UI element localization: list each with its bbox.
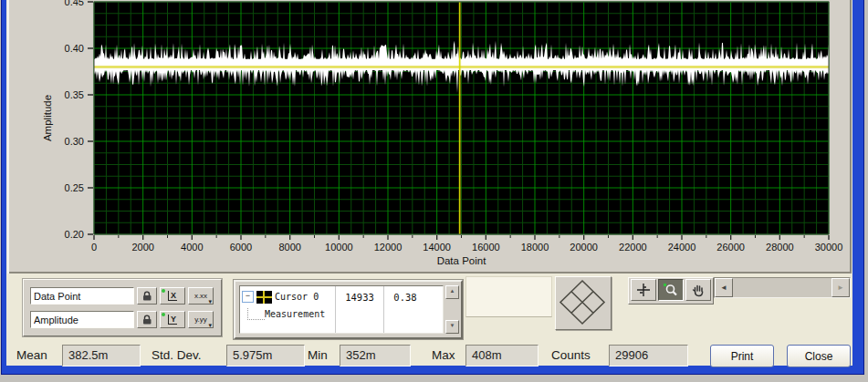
- lock-icon: [141, 314, 152, 325]
- y-tick-label: 0.30: [65, 136, 84, 147]
- y-tick-label: 0.25: [65, 182, 84, 193]
- window-content: 0200040006000800010000120001400016000180…: [6, 0, 852, 366]
- x-tick-label: 18000: [521, 242, 549, 253]
- lock-icon: [141, 290, 152, 302]
- scroll-left-button[interactable]: ◄: [715, 278, 733, 297]
- cursor-legend-scrollbar: ▲ ▼: [445, 285, 459, 334]
- x-tick-label: 12000: [374, 242, 403, 253]
- crosshair-tool-icon: [636, 283, 651, 297]
- dropdown-arrow-icon: ▾: [208, 298, 212, 305]
- desktop-background: 0200040006000800010000120001400016000180…: [0, 0, 868, 382]
- close-button[interactable]: Close: [787, 345, 851, 367]
- x-tick-label: 0: [91, 242, 97, 253]
- y-tick-label: 0.35: [65, 89, 84, 100]
- cursor-mover-control[interactable]: [555, 276, 612, 330]
- tree-branch-icon: [247, 308, 265, 320]
- counts-label: Counts: [551, 344, 591, 367]
- x-autoscale-label: X: [168, 291, 177, 301]
- cursor-row[interactable]: − Cursor 0: [240, 289, 335, 305]
- waveform-graph-panel: 0200040006000800010000120001400016000180…: [7, 0, 852, 274]
- x-axis-label: Data Point: [437, 255, 487, 266]
- x-autoscale-button[interactable]: X: [160, 287, 185, 305]
- x-axis-scrollbar[interactable]: ◄ ►: [714, 277, 851, 298]
- cursor-legend-list: − Cursor 0 Measurement 14933 0.38: [239, 285, 444, 334]
- x-tick-label: 30000: [815, 242, 843, 253]
- autoscale-on-indicator: [162, 313, 165, 316]
- x-format-label: x.xx: [194, 293, 207, 300]
- x-tick-label: 16000: [472, 242, 500, 253]
- mean-value: 382.5m: [62, 345, 141, 367]
- min-label: Min: [308, 344, 328, 367]
- cursor-crosshair-icon: [256, 291, 272, 304]
- max-value: 408m: [465, 345, 539, 367]
- waveform-graph-window: 0200040006000800010000120001400016000180…: [2, 0, 863, 374]
- cursor-y-value: 0.38: [384, 292, 426, 303]
- cursor-tool-button[interactable]: [631, 279, 656, 301]
- scroll-right-button[interactable]: ►: [831, 278, 850, 297]
- y-scale-lock-button[interactable]: [137, 311, 157, 328]
- scroll-down-button[interactable]: ▼: [445, 320, 459, 334]
- tree-collapse-icon[interactable]: −: [242, 291, 254, 303]
- diamond-pad-icon: [556, 277, 609, 327]
- y-tick-label: 0.45: [65, 0, 84, 7]
- cursor-name-column: − Cursor 0 Measurement: [240, 286, 336, 333]
- x-tick-label: 26000: [716, 242, 745, 253]
- dropdown-arrow-icon: ▾: [208, 322, 212, 328]
- x-tick-label: 6000: [230, 242, 252, 253]
- max-label: Max: [432, 344, 455, 367]
- x-scale-name-input[interactable]: [30, 287, 134, 305]
- graph-palette: [628, 277, 714, 305]
- cursor-x-column: 14933: [336, 286, 384, 333]
- x-tick-label: 2000: [131, 242, 153, 253]
- cursor-y-column: 0.38: [384, 286, 426, 333]
- y-tick-label: 0.40: [65, 43, 84, 54]
- x-tick-label: 8000: [278, 242, 300, 253]
- cursor-legend: − Cursor 0 Measurement 14933 0.38: [234, 280, 463, 339]
- print-button[interactable]: Print: [710, 345, 774, 367]
- x-tick-label: 20000: [570, 242, 598, 253]
- zoom-tool-button[interactable]: [658, 279, 684, 301]
- x-tick-label: 28000: [766, 242, 794, 253]
- y-format-label: y.yy: [194, 316, 207, 324]
- cursor-x-value: 14933: [336, 292, 383, 303]
- x-tick-label: 22000: [619, 242, 647, 253]
- waveform-chart[interactable]: 0200040006000800010000120001400016000180…: [7, 0, 852, 274]
- y-scale-row: Y y.yy ▾: [30, 311, 214, 328]
- min-value: 352m: [340, 345, 411, 367]
- x-tick-label: 4000: [181, 242, 203, 253]
- y-autoscale-label: Y: [168, 315, 177, 325]
- cursor-name: Cursor 0: [275, 292, 319, 302]
- mean-label: Mean: [16, 344, 47, 367]
- scroll-up-button[interactable]: ▲: [445, 285, 459, 299]
- y-autoscale-button[interactable]: Y: [160, 311, 185, 328]
- x-tick-label: 24000: [668, 242, 696, 253]
- x-scale-row: X x.xx ▾: [30, 287, 214, 305]
- x-scale-lock-button[interactable]: [137, 287, 157, 305]
- pan-tool-button[interactable]: [685, 279, 711, 301]
- magnifier-icon: [663, 283, 679, 297]
- x-tick-label: 10000: [325, 242, 353, 253]
- stddev-label: Std. Dev.: [152, 344, 202, 367]
- y-scale-name-input[interactable]: [30, 311, 134, 328]
- x-format-button[interactable]: x.xx ▾: [188, 287, 214, 305]
- counts-value: 29906: [609, 345, 688, 367]
- x-tick-label: 14000: [423, 242, 451, 253]
- legend-spacer-panel: [465, 276, 552, 317]
- y-format-button[interactable]: y.yy ▾: [188, 311, 214, 328]
- stddev-value: 5.975m: [226, 345, 305, 367]
- scale-legend: X x.xx ▾: [23, 279, 222, 336]
- cursor-child-row[interactable]: Measurement: [240, 306, 335, 321]
- y-axis-label: Amplitude: [42, 95, 53, 141]
- y-tick-label: 0.20: [65, 229, 84, 240]
- autoscale-on-indicator: [162, 289, 165, 293]
- hand-icon: [691, 283, 706, 297]
- cursor-child-label: Measurement: [265, 309, 325, 319]
